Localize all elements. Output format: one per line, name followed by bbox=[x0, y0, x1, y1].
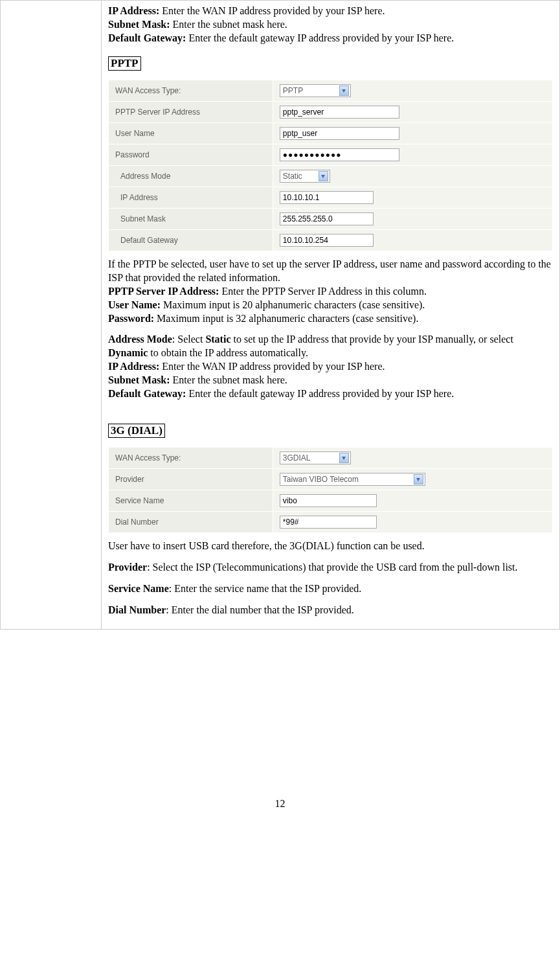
username-desc-text: Maximum input is 20 alphanumeric charact… bbox=[161, 299, 425, 310]
dial-row-dialnumber: Dial Number *99# bbox=[109, 512, 553, 533]
ip-address-field-label: IP Address bbox=[109, 187, 273, 209]
username-value-cell: pptp_user bbox=[273, 123, 552, 144]
provider-value-cell: Taiwan VIBO Telecom bbox=[273, 469, 552, 490]
dial-wan-select[interactable]: 3GDIAL bbox=[280, 451, 351, 464]
chevron-down-icon bbox=[319, 171, 328, 181]
address-mode-label: Address Mode bbox=[109, 166, 273, 187]
ip-address-field-cell: 10.10.10.1 bbox=[273, 187, 552, 209]
pptp-server-value-cell: pptp_server bbox=[273, 102, 552, 123]
dial-row-provider: Provider Taiwan VIBO Telecom bbox=[109, 469, 553, 490]
username-label: User Name bbox=[109, 123, 273, 144]
gateway-label: Default Gateway: bbox=[108, 32, 186, 43]
pptp-subnet-desc-text: Enter the subnet mask here. bbox=[170, 374, 287, 385]
dynamic-word: Dynamic bbox=[108, 347, 148, 358]
address-mode-desc-pre: : Select bbox=[172, 334, 206, 345]
pptp-ip-desc-label: IP Address: bbox=[108, 361, 159, 372]
dial-wan-select-text: 3GDIAL bbox=[282, 453, 339, 462]
wan-access-select[interactable]: PPTP bbox=[280, 84, 351, 97]
password-desc-text: Maximum input is 32 alphanumeric charact… bbox=[154, 313, 418, 324]
subnet-field-label: Subnet Mask bbox=[109, 209, 273, 230]
dial-wan-value-cell: 3GDIAL bbox=[273, 448, 552, 469]
dialnumber-label: Dial Number bbox=[109, 512, 273, 533]
provider-label: Provider bbox=[109, 469, 273, 490]
ip-address-label: IP Address: bbox=[108, 5, 159, 16]
3g-dial-heading: 3G (DIAL) bbox=[108, 424, 165, 438]
row-username: User Name pptp_user bbox=[109, 123, 553, 144]
subnet-desc: Enter the subnet mask here. bbox=[170, 19, 287, 30]
dial-settings-table: WAN Access Type: 3GDIAL Provider Taiwan … bbox=[108, 447, 553, 533]
username-input[interactable]: pptp_user bbox=[280, 127, 399, 140]
ip-address-input[interactable]: 10.10.10.1 bbox=[280, 191, 374, 204]
row-address-mode: Address Mode Static bbox=[109, 166, 553, 187]
left-sidebar-cell bbox=[1, 1, 102, 630]
address-mode-select[interactable]: Static bbox=[280, 170, 330, 183]
pptp-desc-paragraph-1: If the PPTP be selected, user have to se… bbox=[108, 258, 553, 325]
pptp-ip-desc-text: Enter the WAN IP address provided by you… bbox=[159, 361, 385, 372]
service-desc-label: Service Name bbox=[108, 583, 169, 594]
pptp-heading: PPTP bbox=[108, 56, 141, 71]
pptp-server-desc-label: PPTP Server IP Address: bbox=[108, 286, 219, 297]
pptp-server-input[interactable]: pptp_server bbox=[280, 106, 399, 119]
subnet-input[interactable]: 255.255.255.0 bbox=[280, 212, 374, 225]
provider-desc-paragraph: Provider: Select the ISP (Telecommunicat… bbox=[108, 561, 553, 575]
provider-desc-text: : Select the ISP (Telecommunications) th… bbox=[147, 562, 517, 573]
dialnumber-desc-paragraph: Dial Number: Enter the dial number that … bbox=[108, 604, 553, 617]
subnet-field-cell: 255.255.255.0 bbox=[273, 209, 552, 230]
pptp-subnet-desc-label: Subnet Mask: bbox=[108, 374, 170, 385]
row-wan-access: WAN Access Type: PPTP bbox=[109, 80, 553, 102]
address-mode-desc-post: to obtain the IP address automatically. bbox=[148, 347, 308, 358]
pptp-server-label: PPTP Server IP Address bbox=[109, 102, 273, 123]
pptp-gateway-desc-text: Enter the default gateway IP address pro… bbox=[186, 388, 454, 399]
pptp-intro-text: If the PPTP be selected, user have to se… bbox=[108, 258, 551, 283]
static-word: Static bbox=[205, 334, 230, 345]
provider-select[interactable]: Taiwan VIBO Telecom bbox=[280, 473, 425, 486]
username-desc-label: User Name: bbox=[108, 299, 161, 310]
provider-select-text: Taiwan VIBO Telecom bbox=[282, 475, 414, 484]
gateway-field-label: Default Gateway bbox=[109, 230, 273, 251]
service-value-cell: vibo bbox=[273, 490, 552, 512]
service-input[interactable]: vibo bbox=[280, 494, 377, 507]
password-desc-label: Password: bbox=[108, 313, 154, 324]
dialnumber-value-cell: *99# bbox=[273, 512, 552, 533]
password-input[interactable]: ●●●●●●●●●●● bbox=[280, 148, 399, 161]
service-desc-text: : Enter the service name that the ISP pr… bbox=[169, 583, 362, 594]
ip-address-desc: Enter the WAN IP address provided by you… bbox=[159, 5, 385, 16]
gateway-input[interactable]: 10.10.10.254 bbox=[280, 234, 374, 247]
service-desc-paragraph: Service Name: Enter the service name tha… bbox=[108, 582, 553, 596]
dialnumber-desc-text: : Enter the dial number that the ISP pro… bbox=[166, 604, 353, 615]
address-mode-value-cell: Static bbox=[273, 166, 552, 187]
row-ip-address: IP Address 10.10.10.1 bbox=[109, 187, 553, 209]
page-number: 12 bbox=[0, 798, 560, 810]
row-password: Password ●●●●●●●●●●● bbox=[109, 144, 553, 166]
dialnumber-input[interactable]: *99# bbox=[280, 516, 377, 529]
dial-intro-paragraph: User have to insert USB card therefore, … bbox=[108, 540, 553, 553]
wan-access-select-text: PPTP bbox=[282, 86, 339, 95]
subnet-label: Subnet Mask: bbox=[108, 19, 170, 30]
dial-row-service: Service Name vibo bbox=[109, 490, 553, 512]
chevron-down-icon bbox=[414, 474, 423, 484]
password-value-cell: ●●●●●●●●●●● bbox=[273, 144, 552, 166]
dial-row-wan-access: WAN Access Type: 3GDIAL bbox=[109, 448, 553, 469]
dial-wan-label: WAN Access Type: bbox=[109, 448, 273, 469]
pptp-gateway-desc-label: Default Gateway: bbox=[108, 388, 186, 399]
gateway-field-cell: 10.10.10.254 bbox=[273, 230, 552, 251]
gateway-desc: Enter the default gateway IP address pro… bbox=[186, 32, 454, 43]
row-pptp-server: PPTP Server IP Address pptp_server bbox=[109, 102, 553, 123]
chevron-down-icon bbox=[339, 453, 349, 463]
pptp-server-desc-text: Enter the PPTP Server IP Address in this… bbox=[219, 286, 427, 297]
provider-desc-label: Provider bbox=[108, 562, 147, 573]
row-gateway: Default Gateway 10.10.10.254 bbox=[109, 230, 553, 251]
pptp-desc-paragraph-2: Address Mode: Select Static to set up th… bbox=[108, 333, 553, 400]
address-mode-desc-mid: to set up the IP address that provide by… bbox=[230, 334, 513, 345]
document-frame: IP Address: Enter the WAN IP address pro… bbox=[0, 0, 560, 630]
address-mode-select-text: Static bbox=[282, 172, 319, 181]
intro-paragraph: IP Address: Enter the WAN IP address pro… bbox=[108, 5, 553, 45]
row-subnet: Subnet Mask 255.255.255.0 bbox=[109, 209, 553, 230]
pptp-settings-table: WAN Access Type: PPTP PPTP Server IP Add… bbox=[108, 80, 553, 251]
chevron-down-icon bbox=[339, 86, 349, 96]
dialnumber-desc-label: Dial Number bbox=[108, 604, 166, 615]
password-label: Password bbox=[109, 144, 273, 166]
wan-access-value-cell: PPTP bbox=[273, 80, 552, 102]
address-mode-desc-label: Address Mode bbox=[108, 334, 172, 345]
service-label: Service Name bbox=[109, 490, 273, 512]
